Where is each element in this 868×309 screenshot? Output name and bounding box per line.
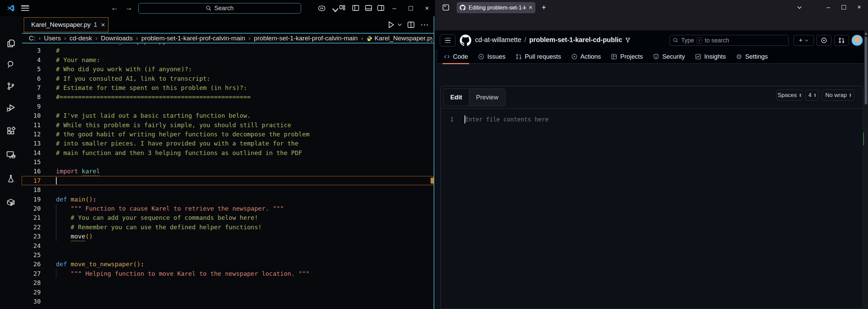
github-search-box[interactable]: Type / to search [669, 35, 789, 46]
code-line[interactable]: 15 [0, 157, 434, 167]
nav-tab-security[interactable]: Security [649, 50, 689, 64]
vscode-minimize-button[interactable]: – [387, 0, 402, 16]
github-logo-icon[interactable] [460, 35, 471, 46]
vscode-close-button[interactable]: × [419, 0, 435, 16]
code-line[interactable]: 6# If you consulted AI, link to transcri… [0, 74, 434, 83]
nav-tab-projects[interactable]: Projects [607, 50, 647, 64]
browser-tab-github[interactable]: Editing problem-set-1-karel-cd- × [457, 2, 535, 13]
breadcrumb-item[interactable]: problem-set-1-karel-prof-calvin-main [141, 35, 245, 42]
code-token: # into smaller pieces. I have provided y… [56, 140, 298, 147]
run-dropdown-chevron-icon[interactable] [397, 23, 402, 26]
code-line[interactable]: 11# While this problem is fairly simple,… [0, 120, 434, 130]
list-tabs-chevron-icon[interactable] [797, 6, 802, 9]
breadcrumb-item[interactable]: cd-desk [70, 35, 92, 42]
breadcrumb-item[interactable]: C: [29, 35, 35, 42]
code-line[interactable]: 17 [0, 176, 434, 185]
breadcrumb-item[interactable]: Downloads [101, 35, 133, 42]
code-token: () [85, 196, 93, 203]
nav-tab-insights[interactable]: Insights [691, 50, 730, 64]
code-line[interactable]: 22 # Remember you can use the defined he… [0, 223, 434, 232]
menu-icon[interactable] [21, 5, 29, 12]
tab-preview[interactable]: Preview [469, 89, 505, 106]
tab-karel-newspaper[interactable]: Karel_Newspaper.py 1 × [24, 17, 108, 32]
toggle-secondary-sidebar-icon[interactable] [376, 4, 385, 12]
code-editor[interactable]: 2# Filename: Karel_Newspaper.py3#4# Your… [0, 43, 434, 309]
code-line[interactable]: 29 [0, 288, 434, 297]
breadcrumb[interactable]: C:›Users›cd-desk›Downloads›problem-set-1… [29, 34, 432, 43]
code-line[interactable]: 19def main(): [0, 195, 434, 204]
copilot-icon[interactable] [317, 4, 326, 12]
code-line[interactable]: 12# the good habit of writing helper fun… [0, 130, 434, 139]
firefox-view-icon[interactable] [442, 3, 450, 12]
code-token: karel [82, 168, 100, 175]
issues-button[interactable] [816, 35, 831, 46]
tab-close-icon[interactable]: × [101, 21, 105, 29]
create-new-button[interactable]: + [793, 35, 814, 46]
code-line[interactable]: 20 """ Function to cause Karel to retrie… [0, 204, 434, 213]
pull-requests-button[interactable] [834, 35, 849, 46]
split-editor-icon[interactable] [407, 21, 415, 29]
user-avatar[interactable] [851, 35, 863, 46]
new-tab-button[interactable]: + [539, 3, 549, 13]
code-line[interactable]: 28 [0, 278, 434, 287]
tab-edit[interactable]: Edit [443, 89, 469, 106]
code-line[interactable]: 9 [0, 102, 434, 111]
code-line[interactable]: 21 # You can add your sequence of comman… [0, 213, 434, 222]
code-line[interactable]: 3# [0, 46, 434, 55]
code-line[interactable]: 24 [0, 241, 434, 250]
toggle-panel-icon[interactable] [364, 4, 373, 12]
code-token: # Your name: [56, 56, 100, 63]
vscode-maximize-button[interactable] [403, 0, 418, 16]
scroll-up-arrow-icon[interactable]: ▲ [864, 31, 868, 35]
repo-name-link[interactable]: problem-set-1-karel-cd-public [529, 36, 622, 44]
code-line[interactable]: 16import karel [0, 167, 434, 176]
indent-mode-select[interactable]: Spaces▴▾ [776, 90, 802, 101]
code-line[interactable]: 26def move_to_newspaper(): [0, 259, 434, 269]
page-scrollbar[interactable]: ▲ [864, 31, 868, 309]
breadcrumb-item[interactable]: problem-set-1-karel-prof-calvin-main [254, 35, 358, 42]
code-line[interactable]: 13# into smaller pieces. I have provided… [0, 139, 434, 148]
firefox-maximize-button[interactable] [836, 0, 851, 14]
code-line[interactable]: 30 [0, 297, 434, 306]
code-line[interactable]: 2# Filename: Karel_Newspaper.py [0, 43, 434, 46]
line-number: 7 [22, 83, 41, 92]
code-line[interactable]: 10# I've just laid out a basic starting … [0, 111, 434, 120]
scrollbar-thumb[interactable] [865, 37, 867, 104]
nav-tab-pull-requests[interactable]: Pull requests [512, 50, 565, 64]
code-line[interactable]: 14# main function and then 3 helping fun… [0, 148, 434, 157]
code-line[interactable]: 25 [0, 250, 434, 259]
back-arrow-button[interactable]: ← [109, 3, 120, 14]
line-number: 29 [22, 288, 41, 297]
firefox-close-button[interactable]: × [852, 0, 867, 14]
toggle-sidebar-icon[interactable] [351, 4, 360, 12]
code-line[interactable]: 23 move() [0, 232, 434, 241]
github-code-textarea[interactable]: 1 Enter file contents here [441, 109, 863, 309]
line-number: 21 [22, 213, 41, 222]
run-file-button[interactable] [387, 20, 395, 29]
wrap-mode-select[interactable]: No wrap▴▾ [822, 90, 854, 101]
code-line[interactable]: 8#======================================… [0, 92, 434, 101]
firefox-minimize-button[interactable]: – [821, 0, 836, 14]
github-menu-button[interactable] [440, 34, 455, 46]
code-line[interactable]: 4# Your name: [0, 55, 434, 64]
nav-tab-code[interactable]: Code [440, 50, 472, 64]
editor-more-actions-icon[interactable]: ⋯ [420, 20, 429, 30]
vscode-search-box[interactable]: Search [138, 3, 301, 14]
nav-tab-issues[interactable]: Issues [474, 50, 509, 64]
code-line[interactable]: 27 """ Helping function to move Karel to… [0, 269, 434, 278]
indent-size-select[interactable]: 4▴▾ [805, 90, 819, 101]
nav-tab-settings[interactable]: ⚙Settings [732, 50, 772, 64]
breadcrumb-file[interactable]: Karel_Newspaper.py [375, 35, 432, 42]
customize-layout-icon[interactable] [338, 4, 347, 12]
code-token: """ Function to cause Karel to retrieve … [71, 205, 284, 212]
code-line[interactable]: 7# Estimate for time spent on this probl… [0, 83, 434, 92]
tab-close-icon[interactable]: × [529, 4, 532, 11]
code-line[interactable]: 18 [0, 185, 434, 194]
line-number: 2 [22, 43, 41, 46]
repo-owner-link[interactable]: cd-at-willamette [475, 36, 521, 44]
code-line[interactable]: 5# Who did you work with (if anyone)?: [0, 64, 434, 74]
nav-tab-actions[interactable]: Actions [567, 50, 605, 64]
code-token [56, 270, 71, 277]
breadcrumb-item[interactable]: Users [44, 35, 61, 42]
forward-arrow-button[interactable]: → [123, 3, 134, 14]
